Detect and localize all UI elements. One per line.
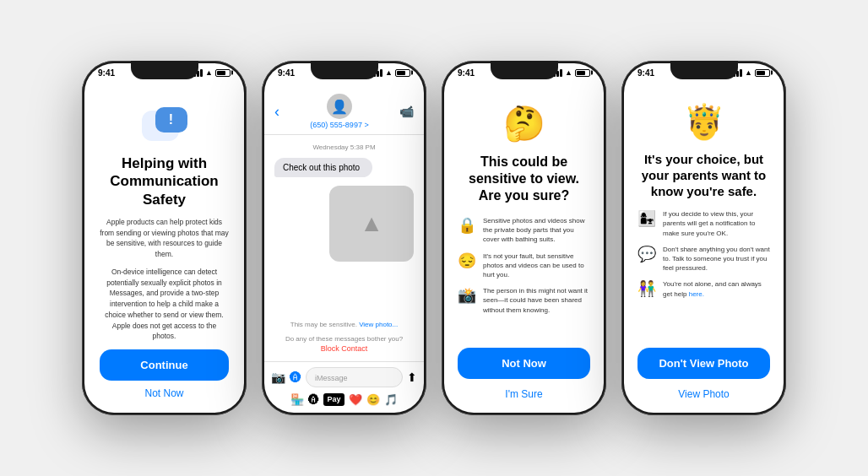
phone2: 9:41 ▲ ‹ [262,61,426,415]
phone1-inner: 9:41 ▲ [84,63,244,413]
warn-emoji-1: 🔒 [458,216,476,235]
time-2: 9:41 [278,68,295,78]
warn-text-3: The person in this might not want it see… [483,286,590,315]
emoji-1[interactable]: 🏪 [290,393,304,406]
time-3: 9:41 [458,68,475,78]
im-sure-button[interactable]: I'm Sure [505,388,542,400]
warn-emoji-2: 😔 [458,252,476,270]
phone2-wrapper: 9:41 ▲ ‹ [262,61,426,415]
msg-timestamp: Wednesday 5:38 PM [274,143,414,151]
apps-icon[interactable]: 🅐 [290,371,301,384]
contact-name[interactable]: (650) 555-8997 > [310,121,368,129]
here-link[interactable]: here. [689,290,704,298]
notch4 [670,61,738,79]
screen1-content: ! Helping with Communication Safety Appl… [84,90,244,413]
sensitive-note: This may be sensitive. View photo... [274,317,414,332]
battery-2 [395,69,410,77]
prince-emoji: 🤴 [683,102,725,142]
phone4-wrapper: 9:41 ▲ 🤴 It's your choice, b [621,61,786,415]
phone1: 9:41 ▲ [82,61,247,415]
imessage-input[interactable]: iMessage [306,367,403,387]
notch1 [131,61,198,79]
contact-info: 👤 (650) 555-8997 > [310,94,368,129]
emoji-5[interactable]: 🎵 [384,393,398,406]
bubble-front: ! [155,107,187,133]
thinking-emoji: 🤔 [503,104,545,143]
warn-text-1: Sensitive photos and videos show the pri… [483,216,590,245]
screen4-content: 🤴 It's your choice, but your parents wan… [624,90,784,413]
phone3: 9:41 ▲ 🤔 This could be sensi [442,61,606,415]
warning-list: 🔒 Sensitive photos and videos show the p… [458,216,590,341]
phone3-wrapper: 9:41 ▲ 🤔 This could be sensi [442,61,606,415]
continue-button[interactable]: Continue [100,349,229,381]
contact-avatar: 👤 [327,94,352,119]
back-button[interactable]: ‹ [274,103,279,121]
emoji-4[interactable]: 😊 [366,393,380,406]
emoji-2[interactable]: 🅐 [308,393,319,406]
screen3-content: 🤔 This could be sensitive to view. Are y… [444,90,604,413]
screen4-buttons: Don't View Photo View Photo [637,348,770,401]
notch2 [311,61,378,79]
phone1-wrapper: 9:41 ▲ [82,61,247,415]
do-any-message: Do any of these messages bother you? [274,335,414,343]
parent-emoji-1: 👩‍👧 [637,209,656,228]
parent-item-1: 👩‍👧 If you decide to view this, your par… [637,209,770,238]
chat-bubble-icon: ! [142,107,187,144]
parent-list: 👩‍👧 If you decide to view this, your par… [637,209,770,341]
dont-view-button[interactable]: Don't View Photo [637,348,770,379]
phone3-inner: 9:41 ▲ 🤔 This could be sensi [444,63,604,413]
wifi-icon-3: ▲ [565,68,572,77]
parent-text-1: If you decide to view this, your parents… [663,209,770,238]
warn-emoji-3: 📸 [458,286,476,305]
wifi-icon-4: ▲ [745,68,752,77]
screen1-title: Helping with Communication Safety [100,154,229,208]
time-1: 9:41 [98,68,115,78]
message-bubble: Check out this photo [274,158,372,177]
notch3 [491,61,558,79]
image-placeholder-icon: ▲ [360,210,383,237]
phone4: 9:41 ▲ 🤴 It's your choice, b [621,61,786,415]
warning-item-3: 📸 The person in this might not want it s… [458,286,590,315]
parent-emoji-3: 👫 [637,279,656,298]
parent-item-3: 👫 You're not alone, and can always get h… [637,279,770,298]
phone4-inner: 9:41 ▲ 🤴 It's your choice, b [624,63,784,413]
parent-text-3: You're not alone, and can always get hel… [663,279,770,298]
send-icon[interactable]: ⬆ [407,371,417,384]
wifi-icon-1: ▲ [205,68,213,77]
emoji-row: 🏪 🅐 Pay ❤️ 😊 🎵 [271,392,417,408]
screen2-content: ‹ 👤 (650) 555-8997 > 📹 Wednesday 5:38 PM… [264,90,424,413]
battery-4 [755,69,770,77]
view-photo-button[interactable]: View Photo [678,388,730,400]
parent-text-2: Don't share anything you don't want to. … [663,245,770,273]
messages-header: ‹ 👤 (650) 555-8997 > 📹 [264,90,424,135]
apple-pay[interactable]: Pay [323,393,344,406]
view-photo-link[interactable]: View photo... [359,321,398,328]
input-row: 📷 🅐 iMessage ⬆ [271,367,417,387]
screen3-title: This could be sensitive to view. Are you… [458,154,590,204]
exclaim-icon: ! [169,112,173,127]
video-call-button[interactable]: 📹 [399,105,414,118]
warn-text-2: It's not your fault, but sensitive photo… [483,252,590,280]
messages-input-area: 📷 🅐 iMessage ⬆ 🏪 🅐 Pay ❤️ [264,361,424,413]
emoji-3[interactable]: ❤️ [349,393,362,406]
phones-container: 9:41 ▲ [62,41,806,435]
bar4 [200,69,203,77]
phone2-inner: 9:41 ▲ ‹ [264,63,424,413]
warning-item-2: 😔 It's not your fault, but sensitive pho… [458,252,590,280]
avatar-icon: 👤 [331,99,348,115]
block-contact-btn[interactable]: Block Contact [274,344,414,353]
sensitive-image: ▲ [329,186,414,262]
screen1-body2: On-device intelligence can detect potent… [100,267,229,342]
battery-1 [215,69,231,77]
parent-item-2: 💬 Don't share anything you don't want to… [637,245,770,273]
screen1-body1: Apple products can help protect kids fro… [100,217,229,260]
battery-3 [575,69,590,77]
warning-item-1: 🔒 Sensitive photos and videos show the p… [458,216,590,245]
parent-emoji-2: 💬 [637,245,656,263]
screen3-buttons: Not Now I'm Sure [458,348,590,401]
time-4: 9:41 [637,68,654,78]
not-now-button-3[interactable]: Not Now [458,348,590,379]
not-now-button-1[interactable]: Not Now [144,387,183,399]
wifi-icon-2: ▲ [385,68,393,77]
camera-icon[interactable]: 📷 [271,371,285,384]
